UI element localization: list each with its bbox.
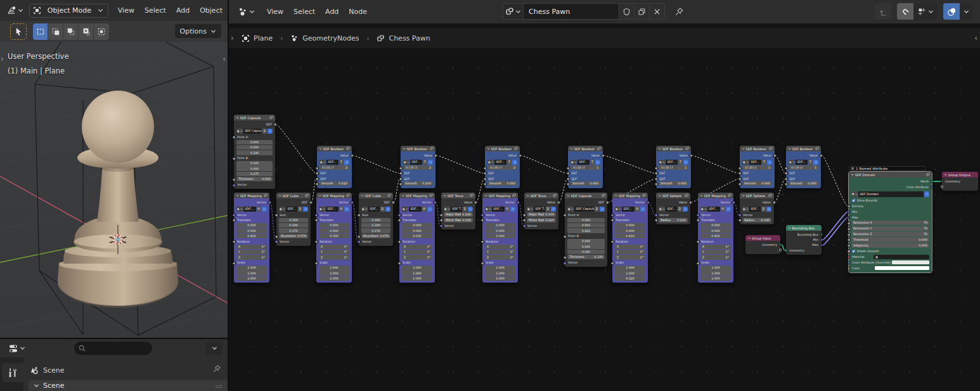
- node-title-bar[interactable]: SDF Mapping: [698, 193, 733, 198]
- select-mode-subtract-button[interactable]: [63, 23, 79, 40]
- checkbox-checked[interactable]: [852, 199, 855, 202]
- node-title-bar[interactable]: SDF Cube: [359, 193, 393, 198]
- slider-smooth[interactable]: Smooth0.060: [742, 181, 772, 186]
- fake-user-toggle[interactable]: [726, 207, 732, 212]
- slider-major-radius[interactable]: Major Radius0.280: [444, 212, 473, 217]
- angle-field[interactable]: X0°: [700, 245, 731, 250]
- number-field[interactable]: 0.410: [236, 234, 267, 239]
- slider-radius[interactable]: Radius0.210: [659, 218, 688, 222]
- slider-roundness[interactable]: Roundness0.076: [279, 234, 308, 238]
- node-title-bar[interactable]: SDF Mapping: [482, 193, 518, 198]
- datablock-name[interactable]: SDF...: [326, 160, 338, 165]
- user-count-button[interactable]: 7: [423, 160, 427, 165]
- datablock-name[interactable]: SDF...: [749, 160, 761, 165]
- number-field[interactable]: 0.000: [485, 228, 515, 233]
- fake-user-toggle[interactable]: [268, 129, 273, 134]
- node-sdf-mapping[interactable]: SDF MappingVectorSDF...6VectorTranslate0…: [399, 193, 435, 283]
- breadcrumb-item[interactable]: Chess Pawn: [377, 34, 430, 42]
- node-sdf-torus[interactable]: SDF TorusValueSDF T...2Major Radius0.280…: [441, 193, 475, 229]
- node-editor-menu-select[interactable]: Select: [288, 8, 320, 16]
- node-sdf-mapping[interactable]: SDF MappingVectorSDF...6VectorTranslate0…: [234, 193, 269, 283]
- number-field[interactable]: 0.030: [402, 234, 432, 239]
- datablock-name[interactable]: SDF Capsule: [574, 207, 594, 212]
- select-mode-intersect-button[interactable]: [94, 23, 109, 40]
- viewport-menu-add[interactable]: Add: [171, 6, 195, 15]
- node-title-bar[interactable]: SDF Boolean: [568, 146, 603, 151]
- browse-datablock-button[interactable]: [700, 207, 707, 212]
- number-field[interactable]: 1.000: [700, 276, 731, 281]
- number-field[interactable]: 1.000: [319, 271, 349, 276]
- node-bounding-box[interactable]: Bounding BoxBounding BoxMinMaxGeometry: [786, 225, 822, 255]
- number-field[interactable]: 0.000: [615, 228, 645, 233]
- socket-P[interactable]: [820, 238, 823, 241]
- datablock-name[interactable]: SDF...: [409, 207, 422, 212]
- tab-tool[interactable]: [2, 363, 23, 382]
- sidebar-expand-arrow[interactable]: ‹: [222, 54, 226, 63]
- browse-datablock-button[interactable]: [279, 207, 285, 212]
- angle-field[interactable]: Y0°: [485, 250, 515, 255]
- datablock-name[interactable]: SDF...: [368, 207, 380, 212]
- snap-target-dropdown[interactable]: [913, 3, 938, 20]
- node-title-bar[interactable]: SDF Boolean: [786, 146, 821, 151]
- breadcrumb-item[interactable]: Plane: [242, 34, 273, 42]
- datablock-name[interactable]: SDF T...: [451, 207, 462, 212]
- angle-field[interactable]: X0°: [402, 245, 432, 250]
- node-sdf-capsule[interactable]: SDF CapsuleSDFSDF Capsule2Point A:0.0000…: [234, 115, 275, 189]
- datablock-name[interactable]: SDF...: [666, 160, 678, 165]
- node-group-output[interactable]: Group OutputGeometry: [942, 172, 978, 191]
- node-sidebar-expand-arrow[interactable]: ‹: [974, 34, 977, 42]
- snap-toggle-button[interactable]: [897, 3, 913, 20]
- text-input[interactable]: [892, 260, 929, 264]
- fake-user-toggle[interactable]: [813, 160, 819, 165]
- user-count-button[interactable]: 7: [590, 160, 595, 165]
- socket-B[interactable]: [931, 186, 934, 189]
- browse-datablock-button[interactable]: [361, 207, 368, 212]
- properties-editor-type-button[interactable]: [6, 342, 27, 355]
- browse-datablock-button[interactable]: [567, 207, 574, 212]
- browse-datablock-button[interactable]: [485, 207, 491, 212]
- number-field[interactable]: 0.000: [615, 223, 645, 228]
- angle-field[interactable]: Y0°: [319, 250, 349, 255]
- node-editor-menu-add[interactable]: Add: [320, 8, 344, 16]
- slider-thickness[interactable]: Thickness0.060: [236, 177, 273, 181]
- node-sdf-boolean[interactable]: SDF BooleanValueSDF...7U | D | I1SDFSDFS…: [568, 146, 603, 188]
- slider-minor-radius[interactable]: Minor Radius0.090: [444, 218, 473, 222]
- fake-user-toggle[interactable]: [427, 207, 433, 212]
- number-field[interactable]: 1.000: [402, 271, 432, 276]
- browse-datablock-button[interactable]: [487, 160, 494, 165]
- node-title-bar[interactable]: SDF Sphere: [656, 193, 690, 198]
- node-editor-type-button[interactable]: [236, 6, 257, 18]
- browse-datablock-button[interactable]: [444, 207, 450, 212]
- socket-G[interactable]: [931, 180, 934, 183]
- node-title-bar[interactable]: Group Input: [745, 235, 780, 241]
- angle-field[interactable]: Z0°: [700, 255, 731, 260]
- number-field[interactable]: 0.000: [700, 223, 731, 228]
- operation-enum[interactable]: U | D | I1: [571, 165, 600, 170]
- number-field[interactable]: 0.180: [236, 150, 273, 155]
- slider-smooth[interactable]: Smooth0.080: [487, 181, 517, 186]
- user-count-button[interactable]: 2: [761, 207, 766, 212]
- angle-field[interactable]: Y0°: [700, 250, 731, 255]
- number-field[interactable]: 0.275: [236, 172, 273, 177]
- checkbox-shade-smooth[interactable]: Shade Smooth: [849, 248, 932, 254]
- node-sdf-sphere[interactable]: SDF SphereValueSDF...2VectorRadius0.190: [740, 193, 774, 224]
- fake-user-toggle[interactable]: [551, 207, 557, 212]
- number-field[interactable]: 1.000: [485, 266, 515, 271]
- fake-user-toggle[interactable]: [344, 207, 350, 212]
- number-field[interactable]: 1.000: [615, 271, 645, 276]
- checkbox-show-bounds[interactable]: Show Bounds: [849, 198, 932, 203]
- number-field[interactable]: 1.000: [700, 271, 731, 276]
- socket-G[interactable]: [779, 243, 782, 247]
- number-field[interactable]: 0.176: [279, 228, 308, 233]
- browse-datablock-button[interactable]: [236, 207, 243, 212]
- overlays-toggle-button[interactable]: [943, 3, 960, 20]
- browse-datablock-button[interactable]: [527, 207, 533, 212]
- overlays-dropdown[interactable]: [960, 3, 972, 20]
- number-field[interactable]: 0.000: [567, 239, 605, 244]
- fake-user-toggle[interactable]: [428, 160, 434, 165]
- socket-R[interactable]: [848, 255, 851, 259]
- socket-H[interactable]: [941, 185, 944, 188]
- number-field[interactable]: 1.000: [236, 266, 267, 271]
- node-sdf-capsule[interactable]: SDF CapsuleSDFSDF Capsule2Point A:0.0000…: [565, 193, 607, 267]
- editor-type-button[interactable]: [5, 4, 25, 16]
